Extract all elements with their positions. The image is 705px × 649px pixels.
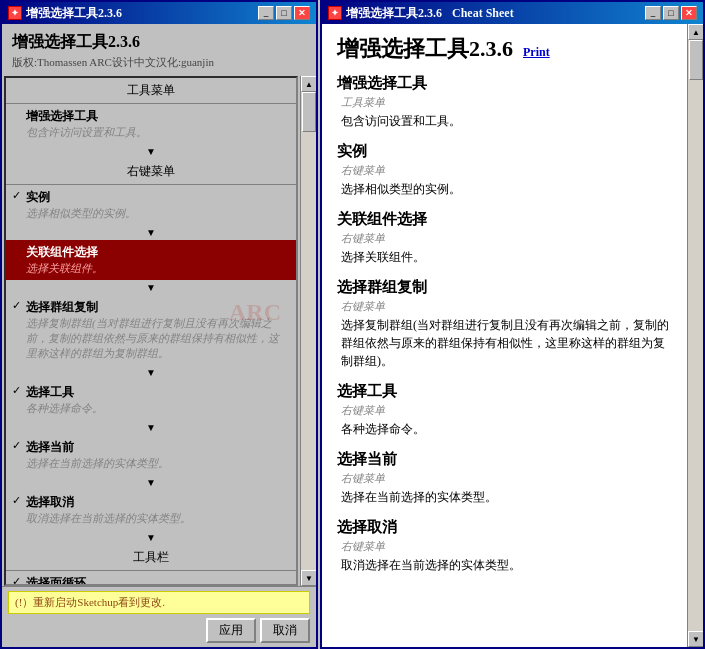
menu-item-group-copy[interactable]: 选择群组复制 选择复制群组(当对群组进行复制且没有再次编辑之前，复制的群组依然与…: [6, 295, 296, 365]
cheat-section-related-component: 关联组件选择 右键菜单 选择关联组件。: [337, 210, 672, 266]
cheat-section-instance: 实例 右键菜单 选择相似类型的实例。: [337, 142, 672, 198]
apply-button[interactable]: 应用: [206, 618, 256, 643]
cheat-title-text: 增强选择工具2.3.6: [337, 34, 513, 64]
right-scrollbar[interactable]: ▲ ▼: [687, 24, 703, 647]
right-titlebar: ✦ 增强选择工具2.3.6 Cheat Sheet _ □ ✕: [322, 2, 703, 24]
right-app-icon: ✦: [328, 6, 342, 20]
right-scroll-thumb[interactable]: [689, 40, 703, 80]
titlebar-buttons: _ □ ✕: [258, 6, 310, 20]
titlebar-left: ✦ 增强选择工具2.3.6: [8, 5, 122, 22]
scroll-down-button[interactable]: ▼: [301, 570, 316, 586]
section-desc: 选择复制群组(当对群组进行复制且没有再次编辑之前，复制的群组依然与原来的群组保持…: [337, 316, 672, 370]
section-subtitle: 右键菜单: [337, 471, 672, 486]
right-scroll-track[interactable]: [688, 40, 703, 631]
scroll-up-button[interactable]: ▲: [301, 76, 316, 92]
section-desc: 选择相似类型的实例。: [337, 180, 672, 198]
menu-item-title: 选择工具: [26, 384, 288, 401]
menu-item-select-tool[interactable]: 选择工具 各种选择命令。: [6, 380, 296, 420]
left-scroll-area: 工具菜单 增强选择工具 包含许访问设置和工具。 ▼ 右键菜单 实例 选择相似类型…: [2, 76, 316, 586]
section-title: 增强选择工具: [337, 74, 672, 93]
cheat-main-title: 增强选择工具2.3.6 Print: [337, 34, 672, 64]
cheat-section-select-current: 选择当前 右键菜单 选择在当前选择的实体类型。: [337, 450, 672, 506]
menu-item-instance[interactable]: 实例 选择相似类型的实例。: [6, 185, 296, 225]
menu-item-desc: 各种选择命令。: [26, 401, 288, 416]
section-desc: 选择在当前选择的实体类型。: [337, 488, 672, 506]
left-titlebar: ✦ 增强选择工具2.3.6 _ □ ✕: [2, 2, 316, 24]
menu-item-desc: 包含许访问设置和工具。: [26, 125, 288, 140]
section-title: 选择取消: [337, 518, 672, 537]
cheat-section-group-copy: 选择群组复制 右键菜单 选择复制群组(当对群组进行复制且没有再次编辑之前，复制的…: [337, 278, 672, 370]
cheat-content: 增强选择工具2.3.6 Print 增强选择工具 工具菜单 包含访问设置和工具。…: [322, 24, 687, 647]
separator-2: ▼: [6, 225, 296, 240]
menu-item-title: 选择取消: [26, 494, 288, 511]
separator-4: ▼: [6, 365, 296, 380]
scroll-track[interactable]: [301, 92, 316, 570]
right-click-menu-header: 右键菜单: [6, 159, 296, 185]
toolbar-header: 工具栏: [6, 545, 296, 571]
minimize-button[interactable]: _: [258, 6, 274, 20]
section-title: 选择群组复制: [337, 278, 672, 297]
separator-5: ▼: [6, 420, 296, 435]
section-subtitle: 右键菜单: [337, 231, 672, 246]
scroll-thumb[interactable]: [302, 92, 316, 132]
menu-item-desc: 取消选择在当前选择的实体类型。: [26, 511, 288, 526]
select-loop-text: 选择面循环 选择面上循环。: [26, 575, 268, 586]
section-subtitle: 右键菜单: [337, 163, 672, 178]
right-minimize-button[interactable]: _: [645, 6, 661, 20]
right-scroll-up[interactable]: ▲: [688, 24, 703, 40]
button-bar: 应用 取消: [8, 618, 310, 643]
right-window: ✦ 增强选择工具2.3.6 Cheat Sheet _ □ ✕ 增强选择工具2.…: [320, 0, 705, 649]
right-maximize-button[interactable]: □: [663, 6, 679, 20]
menu-item-select-loop[interactable]: 选择面循环 选择面上循环。: [6, 571, 296, 586]
menu-scroll-container[interactable]: 工具菜单 增强选择工具 包含许访问设置和工具。 ▼ 右键菜单 实例 选择相似类型…: [4, 76, 298, 586]
app-subtitle: 版权:Thomassen ARC设计中文汉化:guanjin: [2, 55, 316, 76]
left-window-title: 增强选择工具2.3.6: [26, 5, 122, 22]
section-subtitle: 右键菜单: [337, 299, 672, 314]
section-desc: 选择关联组件。: [337, 248, 672, 266]
tool-menu-header: 工具菜单: [6, 78, 296, 104]
maximize-button[interactable]: □: [276, 6, 292, 20]
menu-item-title: 选择当前: [26, 439, 288, 456]
menu-item-desc: 选择在当前选择的实体类型。: [26, 456, 288, 471]
menu-item-related-component[interactable]: 关联组件选择 选择关联组件。: [6, 240, 296, 280]
close-button[interactable]: ✕: [294, 6, 310, 20]
section-title: 选择当前: [337, 450, 672, 469]
right-window-inner: 增强选择工具2.3.6 Print 增强选择工具 工具菜单 包含访问设置和工具。…: [322, 24, 703, 647]
notice-text: (!）重新启动Sketchup看到更改.: [15, 595, 165, 610]
right-close-button[interactable]: ✕: [681, 6, 697, 20]
section-title: 实例: [337, 142, 672, 161]
menu-item-select-cancel[interactable]: 选择取消 取消选择在当前选择的实体类型。: [6, 490, 296, 530]
bottom-bar: (!）重新启动Sketchup看到更改. 应用 取消: [2, 586, 316, 647]
left-window: ✦ 增强选择工具2.3.6 _ □ ✕ 增强选择工具2.3.6 版权:Thoma…: [0, 0, 318, 649]
menu-item-desc: 选择关联组件。: [26, 261, 288, 276]
separator-6: ▼: [6, 475, 296, 490]
left-scrollbar[interactable]: ▲ ▼: [300, 76, 316, 586]
right-scroll-down[interactable]: ▼: [688, 631, 703, 647]
cheat-section-select-cancel: 选择取消 右键菜单 取消选择在当前选择的实体类型。: [337, 518, 672, 574]
right-window-title-extra: Cheat Sheet: [452, 6, 514, 21]
notice-bar: (!）重新启动Sketchup看到更改.: [8, 591, 310, 614]
menu-item-select-current[interactable]: 选择当前 选择在当前选择的实体类型。: [6, 435, 296, 475]
section-subtitle: 右键菜单: [337, 403, 672, 418]
section-desc: 包含访问设置和工具。: [337, 112, 672, 130]
section-title: 选择工具: [337, 382, 672, 401]
select-loop-row: 选择面循环 选择面上循环。: [26, 575, 288, 586]
right-window-title: 增强选择工具2.3.6: [346, 5, 442, 22]
menu-item-title: 关联组件选择: [26, 244, 288, 261]
section-desc: 各种选择命令。: [337, 420, 672, 438]
separator-7: ▼: [6, 530, 296, 545]
separator-3: ▼: [6, 280, 296, 295]
cheat-section-enhanced-select: 增强选择工具 工具菜单 包含访问设置和工具。: [337, 74, 672, 130]
app-icon: ✦: [8, 6, 22, 20]
menu-item-desc: 选择相似类型的实例。: [26, 206, 288, 221]
section-subtitle: 右键菜单: [337, 539, 672, 554]
cancel-button[interactable]: 取消: [260, 618, 310, 643]
right-titlebar-left: ✦ 增强选择工具2.3.6 Cheat Sheet: [328, 5, 514, 22]
separator-1: ▼: [6, 144, 296, 159]
left-window-content: 增强选择工具2.3.6 版权:Thomassen ARC设计中文汉化:guanj…: [2, 24, 316, 647]
menu-item-desc: 选择复制群组(当对群组进行复制且没有再次编辑之前，复制的群组依然与原来的群组保持…: [26, 316, 288, 361]
section-title: 关联组件选择: [337, 210, 672, 229]
menu-item-title: 选择群组复制: [26, 299, 288, 316]
menu-item-enhanced-select[interactable]: 增强选择工具 包含许访问设置和工具。: [6, 104, 296, 144]
print-link[interactable]: Print: [523, 45, 550, 60]
